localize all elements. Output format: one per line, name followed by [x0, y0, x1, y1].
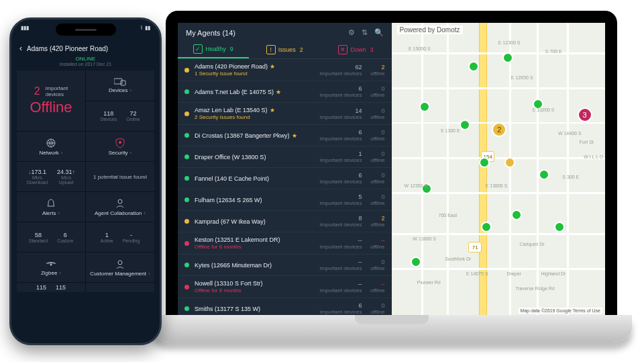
offline-count: 2offline — [362, 64, 385, 77]
agent-name: Fannel (140 E Cache Point) — [195, 175, 315, 182]
agent-name: Smiths (13177 S 135 W) — [195, 306, 315, 312]
street-label: W I L L O — [584, 154, 603, 159]
agent-name: Nowell (13310 S Fort Str) — [195, 280, 315, 287]
tab-count: 2 — [300, 46, 303, 53]
agent-row[interactable]: Draper Office (W 13800 S)1important devi… — [178, 146, 392, 168]
agent-row[interactable]: Kytes (12665 Minuteman Dr)--important de… — [178, 255, 392, 276]
search-icon[interactable]: 🔍 — [374, 28, 384, 37]
map-pin[interactable] — [511, 210, 522, 220]
tile-security[interactable]: Security› — [86, 132, 154, 161]
devices-icon — [114, 78, 126, 86]
agent-row[interactable]: Keston (13251 E Lakemont DR)Offline for … — [178, 232, 392, 255]
offline-count: 0offline — [362, 150, 385, 163]
wifi-icon: ⌇ — [140, 25, 143, 31]
street-label: W 12300 S — [405, 183, 428, 188]
map-pin[interactable] — [539, 169, 549, 180]
agent-name: Fulham (12634 S 265 W) — [195, 197, 315, 203]
svg-rect-1 — [121, 81, 125, 85]
map-pin[interactable] — [460, 120, 470, 130]
map-pin[interactable]: 2 — [492, 122, 506, 137]
offline-count: 0offline — [362, 302, 385, 315]
tab-label: Down — [350, 46, 366, 53]
street-label: Fort St — [580, 140, 594, 144]
tile-agent-collab[interactable]: Agent Collaboration› — [86, 192, 154, 222]
svg-point-3 — [119, 141, 121, 144]
map-pin[interactable] — [502, 52, 513, 63]
tile-zigbee-metrics: 115 115 — [17, 283, 85, 292]
tab-issues[interactable]: ! Issues 2 — [249, 41, 320, 58]
device-count: 62important devices — [315, 64, 362, 77]
agent-row[interactable]: Fulham (12634 S 265 W)5important devices… — [178, 189, 392, 211]
agent-row[interactable]: Smiths (13177 S 135 W)6important devices… — [178, 298, 392, 315]
tile-zigbee[interactable]: Zigbee› — [17, 253, 85, 282]
status-dot — [184, 306, 189, 311]
tile-customer[interactable]: Customer Management› — [86, 253, 154, 282]
status-dot — [184, 154, 189, 159]
map[interactable]: 154 71 Powered by Domotz Map data ©2019 … — [392, 23, 606, 315]
tab-healthy[interactable]: ✓ Healthy 9 — [178, 41, 249, 58]
laptop-base — [151, 315, 632, 342]
street-label: Carlquist Dr — [520, 242, 545, 246]
dashboard-tiles: 2 important devices Offline Devices› 118… — [17, 71, 154, 292]
map-pin[interactable] — [411, 257, 421, 267]
tile-network[interactable]: Network› — [17, 132, 85, 161]
device-count: 6important devices — [315, 172, 362, 185]
tile-offline[interactable]: 2 important devices Offline — [17, 71, 85, 131]
street-label: E 13200 S — [533, 107, 555, 112]
agent-sub: 2 Security issues found — [195, 114, 315, 120]
street-label: E 15000 S — [409, 46, 431, 51]
agent-name: Adams T.net Lab (E 14075 S)★ — [195, 89, 315, 95]
agent-row[interactable]: Amaz Len Lab (E 13540 S)★2 Security issu… — [178, 103, 392, 125]
tile-devices[interactable]: Devices› — [86, 71, 154, 101]
agent-row[interactable]: Fannel (140 E Cache Point)6important dev… — [178, 168, 392, 189]
tile-blank — [86, 283, 154, 292]
agent-row[interactable]: Di Crostas (13867 Bangerter Pkwy)★6impor… — [178, 125, 392, 146]
filter-icon[interactable]: ⚙ — [348, 28, 355, 37]
device-count: 8important devices — [315, 215, 362, 228]
status-dot — [184, 176, 189, 181]
map-pin[interactable] — [419, 101, 430, 112]
map-pin[interactable] — [554, 222, 565, 232]
map-pin[interactable] — [468, 61, 479, 72]
street-label: W 13800 S — [413, 236, 436, 241]
map-pin[interactable] — [504, 157, 515, 168]
tile-agent-metrics: 1Active -Pending — [86, 222, 154, 252]
star-icon: ★ — [276, 89, 281, 95]
device-count: 6important devices — [315, 85, 362, 98]
street-label: 700 East — [439, 213, 458, 218]
offline-count: 0offline — [362, 193, 385, 206]
signal-icon: ▮▮▮ — [21, 25, 29, 34]
sort-icon[interactable]: ⇅ — [362, 28, 368, 37]
map-pin[interactable] — [481, 222, 492, 232]
panel-title: My Agents (14) — [186, 29, 341, 37]
battery-icon: ▮▮ — [145, 25, 150, 31]
agent-row[interactable]: Kamprad (67 W Ikea Way)8important device… — [178, 211, 392, 232]
map-pin[interactable]: 3 — [578, 107, 592, 122]
tile-alerts[interactable]: Alerts› — [17, 192, 85, 222]
street-label: W 14400 S — [558, 131, 582, 136]
svg-point-4 — [118, 199, 122, 203]
online-status: ONLINE — [17, 56, 154, 62]
device-count: --important devices — [315, 281, 362, 293]
globe-icon — [46, 138, 56, 148]
agent-row[interactable]: Nowell (13310 S Fort Str)Offline for 8 m… — [178, 276, 392, 298]
status-dot — [184, 197, 189, 202]
status-dot — [184, 241, 189, 246]
tab-count: 9 — [230, 46, 233, 52]
street-label: Southfork Dr — [445, 257, 471, 261]
agent-list[interactable]: Adams (420 Pioneer Road)★1 Security issu… — [178, 59, 392, 315]
tab-label: Healthy — [205, 46, 226, 52]
phone-frame: ▮▮▮ ⌇▮▮ ‹ Adams (420 Pioneer Road) ONLIN… — [9, 17, 162, 345]
back-icon[interactable]: ‹ — [19, 44, 22, 53]
street-label: Traverse Ridge Rd — [515, 286, 555, 291]
agent-row[interactable]: Adams T.net Lab (E 14075 S)★6important d… — [178, 81, 392, 103]
offline-count: 2offline — [362, 215, 385, 228]
agent-row[interactable]: Adams (420 Pioneer Road)★1 Security issu… — [178, 59, 392, 81]
svg-point-6 — [118, 261, 122, 265]
tile-devices-metrics: 118Devices 72Online — [86, 101, 154, 132]
agent-name: Di Crostas (13867 Bangerter Pkwy)★ — [195, 132, 315, 139]
tab-down[interactable]: ✕ Down 3 — [320, 41, 391, 58]
street-label: Pioneer Rd — [417, 280, 441, 285]
status-tabs: ✓ Healthy 9 ! Issues 2 ✕ Down 3 — [178, 41, 392, 59]
map-pin[interactable] — [479, 157, 490, 168]
